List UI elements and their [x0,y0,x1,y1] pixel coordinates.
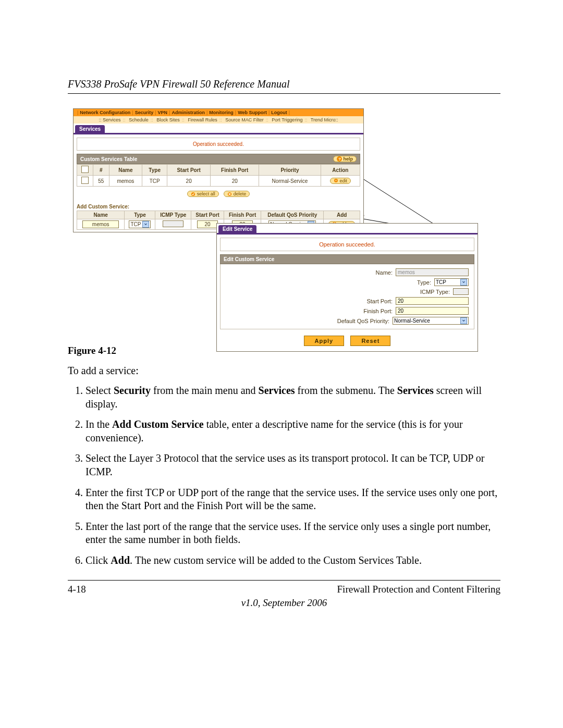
table-row: 55 memos TCP 20 20 Normal-Service edit [77,176,360,187]
chevron-down-icon [462,280,466,284]
subnav-services[interactable]: Services [103,117,121,122]
col-action: Action [321,165,360,176]
main-nav: |Network Configuration |Security |VPN |A… [74,109,363,116]
addcol-type: Type [125,211,155,219]
subnav-firewallrules[interactable]: Firewall Rules [188,117,217,122]
edit-name-input[interactable]: memos [396,268,469,276]
step-1: Select Security from the main menu and S… [85,384,500,411]
name-input[interactable]: memos [82,220,119,228]
col-name: Name [109,165,142,176]
cell-start: 20 [167,176,211,187]
nav-security[interactable]: Security [135,110,154,115]
edit-start-input[interactable]: 20 [396,297,469,305]
label-qos: Default QoS Priority: [337,318,389,324]
cell-name: memos [109,176,142,187]
nav-admin[interactable]: Administration [172,110,205,115]
icmp-input[interactable] [163,220,183,227]
label-finish: Finish Port: [363,308,393,314]
addcol-add: Add [324,211,360,219]
rule-bottom [68,580,500,581]
addcol-qos: Default QoS Priority [261,211,324,219]
running-header: FVS338 ProSafe VPN Firewall 50 Reference… [68,78,500,90]
screenshot-services: |Network Configuration |Security |VPN |A… [73,108,364,232]
tab-edit-service[interactable]: Edit Service [218,225,256,233]
version-line: v1.0, September 2006 [68,597,500,609]
panel-custom-services: Custom Services Table ?help [77,154,360,164]
subnav-schedule[interactable]: Schedule [129,117,149,122]
tab-services[interactable]: Services [75,125,105,133]
help-icon: ? [337,156,342,162]
step-4: Enter the first TCP or UDP port of the r… [85,486,500,513]
row-checkbox[interactable] [81,177,89,184]
svg-line-2 [357,175,440,228]
col-num: # [93,165,109,176]
cell-finish: 20 [211,176,259,187]
nav-monitoring[interactable]: Monitoring [209,110,234,115]
subnav-trendmicro[interactable]: Trend Micro [311,117,336,122]
label-start: Start Port: [366,298,393,304]
chevron-down-icon [144,223,148,226]
subnav-sourcemac[interactable]: Source MAC Filter [225,117,264,122]
add-custom-service-title: Add Custom Service: [77,204,360,209]
edit-finish-input[interactable]: 20 [396,307,469,315]
addcol-start: Start Port [191,211,224,219]
cell-num: 55 [93,176,109,187]
sub-nav: :: Services:: Schedule:: Block Sites:: F… [74,116,363,124]
lead-text: To add a service: [68,365,500,377]
status-message: Operation succeeded. [77,138,360,151]
step-6: Click Add. The new custom service will b… [85,554,500,567]
subnav-porttrigger[interactable]: Port Triggering [272,117,302,122]
col-priority: Priority [259,165,321,176]
select-all-button[interactable]: select all [187,191,219,197]
addcol-name: Name [77,211,125,219]
edit-icon [334,178,338,183]
reset-button[interactable]: Reset [350,336,390,346]
rule-top [68,93,500,94]
panel-edit-custom-service: Edit Custom Service [220,254,474,264]
edit-qos-select[interactable]: Normal-Service [393,317,469,325]
start-port-input[interactable]: 20 [197,220,218,228]
check-icon [191,192,195,196]
step-2: In the Add Custom Service table, enter a… [85,418,500,445]
nav-vpn[interactable]: VPN [158,110,168,115]
col-start: Start Port [167,165,211,176]
page-number: 4-18 [68,584,86,595]
edit-type-select[interactable]: TCP [434,278,469,286]
label-type: Type: [417,279,431,286]
delete-icon [227,192,232,196]
label-icmp: ICMP Type: [420,289,450,295]
panel-title: Custom Services Table [80,156,137,162]
figure-4-12: |Network Configuration |Security |VPN |A… [68,108,500,338]
label-name: Name: [376,269,393,276]
nav-logout[interactable]: Logout [271,110,287,115]
cell-type: TCP [142,176,167,187]
help-button[interactable]: ?help [333,156,357,162]
edit-button[interactable]: edit [330,178,351,184]
step-5: Enter the last port of the range that th… [85,520,500,547]
col-type: Type [142,165,167,176]
type-select[interactable]: TCP [129,220,151,228]
addcol-finish: Finish Port [224,211,261,219]
steps-list: Select Security from the main menu and S… [68,384,500,567]
addcol-icmp: ICMP Type [155,211,191,219]
edit-icmp-input[interactable] [453,288,469,295]
chapter-title: Firewall Protection and Content Filterin… [337,584,500,595]
delete-button[interactable]: delete [224,191,250,197]
col-finish: Finish Port [211,165,259,176]
custom-services-table: # Name Type Start Port Finish Port Prior… [77,164,360,187]
subnav-blocksites[interactable]: Block Sites [156,117,180,122]
chevron-down-icon [462,319,466,323]
step-3: Select the Layer 3 Protocol that the ser… [85,452,500,478]
apply-button[interactable]: Apply [304,336,345,346]
screenshot-edit-service: Edit Service Operation succeeded. Edit C… [216,223,478,352]
status-message-2: Operation succeeded. [220,238,474,251]
svg-point-6 [334,179,337,182]
cell-priority: Normal-Service [259,176,321,187]
checkbox-all[interactable] [81,166,89,173]
nav-websupport[interactable]: Web Support [238,110,267,115]
nav-network[interactable]: Network Configuration [80,110,130,115]
